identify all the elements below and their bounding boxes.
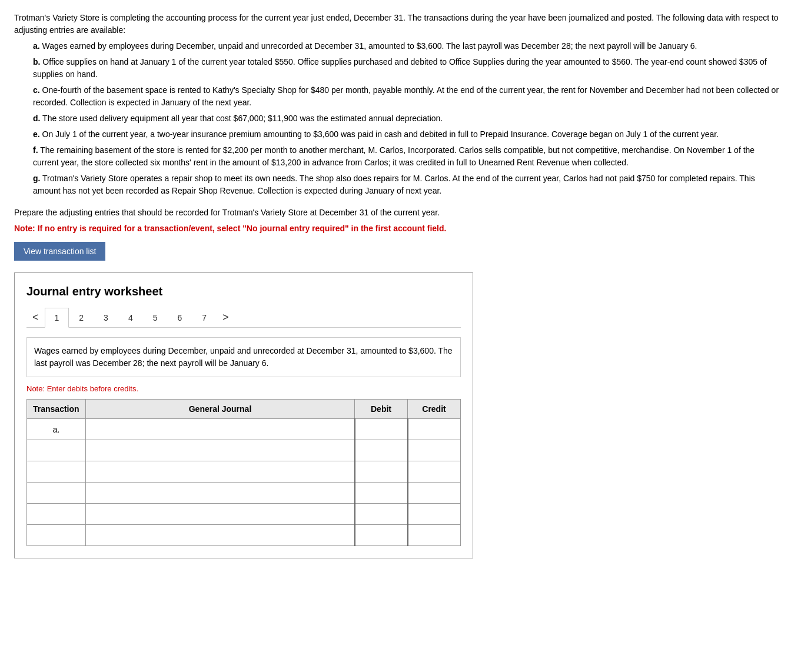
general-journal-input[interactable] bbox=[92, 510, 348, 519]
header-general-journal: General Journal bbox=[86, 400, 355, 419]
credit-cell[interactable] bbox=[408, 461, 461, 483]
credit-cell[interactable] bbox=[408, 419, 461, 440]
tab-4[interactable]: 4 bbox=[118, 308, 143, 327]
debit-input[interactable] bbox=[361, 531, 401, 540]
general-journal-cell[interactable] bbox=[86, 504, 355, 525]
credit-input[interactable] bbox=[414, 488, 455, 498]
tabs-navigation: < 1 2 3 4 5 6 7 > bbox=[26, 308, 461, 328]
tab-7[interactable]: 7 bbox=[192, 308, 217, 327]
tab-2[interactable]: 2 bbox=[69, 308, 94, 327]
items-list: a. Wages earned by employees during Dece… bbox=[33, 40, 779, 197]
list-item: d. The store used delivery equipment all… bbox=[33, 112, 779, 125]
table-row bbox=[27, 483, 461, 504]
list-item: c. One-fourth of the basement space is r… bbox=[33, 84, 779, 109]
transaction-description: Wages earned by employees during Decembe… bbox=[26, 337, 461, 377]
debit-cell[interactable] bbox=[355, 440, 408, 461]
header-credit: Credit bbox=[408, 400, 461, 419]
tab-5[interactable]: 5 bbox=[143, 308, 168, 327]
tab-3[interactable]: 3 bbox=[94, 308, 118, 327]
transaction-cell bbox=[27, 504, 86, 525]
credit-cell[interactable] bbox=[408, 483, 461, 504]
general-journal-cell[interactable] bbox=[86, 419, 355, 440]
debit-input[interactable] bbox=[361, 425, 401, 434]
header-debit: Debit bbox=[355, 400, 408, 419]
transaction-cell bbox=[27, 525, 86, 546]
view-transaction-button[interactable]: View transaction list bbox=[14, 242, 105, 261]
credit-input[interactable] bbox=[414, 510, 455, 519]
tab-6[interactable]: 6 bbox=[168, 308, 192, 327]
debit-cell[interactable] bbox=[355, 483, 408, 504]
list-item: b. Office supplies on hand at January 1 … bbox=[33, 56, 779, 81]
general-journal-cell[interactable] bbox=[86, 483, 355, 504]
transaction-cell bbox=[27, 483, 86, 504]
general-journal-cell[interactable] bbox=[86, 461, 355, 483]
next-tab-button[interactable]: > bbox=[217, 308, 235, 327]
credit-input[interactable] bbox=[414, 531, 455, 540]
header-transaction: Transaction bbox=[27, 400, 86, 419]
general-journal-cell[interactable] bbox=[86, 525, 355, 546]
prev-tab-button[interactable]: < bbox=[26, 308, 45, 327]
debit-input[interactable] bbox=[361, 467, 401, 477]
table-row bbox=[27, 525, 461, 546]
general-journal-input[interactable] bbox=[92, 488, 348, 498]
credit-cell[interactable] bbox=[408, 525, 461, 546]
list-item: f. The remaining basement of the store i… bbox=[33, 144, 779, 169]
debit-cell[interactable] bbox=[355, 419, 408, 440]
tab-1[interactable]: 1 bbox=[45, 308, 69, 328]
worksheet-container: Journal entry worksheet < 1 2 3 4 5 6 7 … bbox=[14, 272, 473, 558]
debit-cell[interactable] bbox=[355, 525, 408, 546]
debit-input[interactable] bbox=[361, 510, 401, 519]
credit-cell[interactable] bbox=[408, 440, 461, 461]
table-row bbox=[27, 461, 461, 483]
list-item: e. On July 1 of the current year, a two-… bbox=[33, 128, 779, 141]
list-item: g. Trotman's Variety Store operates a re… bbox=[33, 172, 779, 197]
table-row bbox=[27, 440, 461, 461]
debit-cell[interactable] bbox=[355, 504, 408, 525]
note-required: Note: If no entry is required for a tran… bbox=[14, 222, 779, 235]
debit-input[interactable] bbox=[361, 488, 401, 498]
credit-input[interactable] bbox=[414, 446, 455, 455]
journal-table: Transaction General Journal Debit Credit… bbox=[26, 399, 461, 546]
general-journal-input[interactable] bbox=[92, 446, 348, 455]
opening-paragraph: Trotman's Variety Store is completing th… bbox=[14, 12, 779, 36]
transaction-cell bbox=[27, 461, 86, 483]
note-debit: Note: Enter debits before credits. bbox=[26, 384, 461, 393]
worksheet-title: Journal entry worksheet bbox=[26, 285, 461, 298]
table-row: a. bbox=[27, 419, 461, 440]
transaction-cell bbox=[27, 440, 86, 461]
table-row bbox=[27, 504, 461, 525]
general-journal-cell[interactable] bbox=[86, 440, 355, 461]
credit-cell[interactable] bbox=[408, 504, 461, 525]
general-journal-input[interactable] bbox=[92, 531, 348, 540]
prepare-text: Prepare the adjusting entries that shoul… bbox=[14, 207, 779, 219]
general-journal-input[interactable] bbox=[92, 425, 348, 434]
credit-input[interactable] bbox=[414, 467, 455, 477]
intro-container: Trotman's Variety Store is completing th… bbox=[14, 12, 779, 235]
list-item: a. Wages earned by employees during Dece… bbox=[33, 40, 779, 52]
debit-input[interactable] bbox=[361, 446, 401, 455]
credit-input[interactable] bbox=[414, 425, 455, 434]
debit-cell[interactable] bbox=[355, 461, 408, 483]
transaction-cell: a. bbox=[27, 419, 86, 440]
general-journal-input[interactable] bbox=[92, 467, 348, 477]
